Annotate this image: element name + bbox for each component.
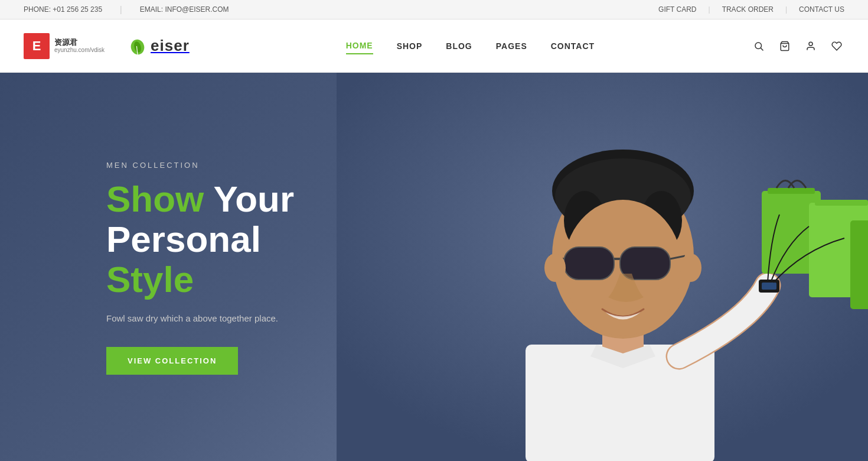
hero-person-area <box>337 73 868 461</box>
brand-name: eiser <box>151 37 190 55</box>
header: E 资源君 eyunzhu.com/vdisk eiser HOME SHOP … <box>0 20 868 73</box>
nav-pages[interactable]: PAGES <box>496 38 527 54</box>
leaf-icon <box>128 37 147 56</box>
logo-chinese: 资源君 <box>54 38 105 47</box>
user-button[interactable] <box>803 38 818 54</box>
logo-area[interactable]: E 资源君 eyunzhu.com/vdisk <box>24 33 105 59</box>
hero-title-show: Show <box>106 178 204 219</box>
phone-info: PHONE: +01 256 25 235 <box>24 5 102 14</box>
hero-title-style: Style <box>106 259 194 300</box>
svg-rect-33 <box>850 220 868 309</box>
cart-button[interactable] <box>777 38 792 54</box>
nav-blog[interactable]: BLOG <box>446 38 472 54</box>
svg-point-25 <box>544 254 566 282</box>
svg-rect-30 <box>768 188 815 194</box>
hero-title: Show Your Personal Style <box>106 179 342 300</box>
hero-subtitle: MEN COLLECTION <box>106 161 342 170</box>
user-icon <box>805 41 816 51</box>
hero-section: MEN COLLECTION Show Your Personal Style … <box>0 73 868 461</box>
view-collection-button[interactable]: VIEW COLLECTION <box>106 347 238 375</box>
logo-text-block: 资源君 eyunzhu.com/vdisk <box>54 38 105 54</box>
cart-icon <box>779 41 790 51</box>
hero-content: MEN COLLECTION Show Your Personal Style … <box>0 161 342 375</box>
svg-point-6 <box>809 42 812 46</box>
contact-us-link[interactable]: CONTACT US <box>799 5 844 14</box>
hero-person-svg <box>337 73 868 461</box>
track-order-link[interactable]: TRACK ORDER <box>722 5 774 14</box>
search-icon <box>753 41 764 51</box>
nav-home[interactable]: HOME <box>346 38 373 54</box>
top-bar: PHONE: +01 256 25 235 | EMAIL: INFO@EISE… <box>0 0 868 20</box>
svg-rect-18 <box>564 247 614 280</box>
logo-letter: E <box>24 33 50 59</box>
heart-icon <box>831 41 842 51</box>
wishlist-button[interactable] <box>829 38 844 54</box>
svg-point-3 <box>755 43 762 49</box>
brand-logo[interactable]: eiser <box>128 37 190 56</box>
main-nav: HOME SHOP BLOG PAGES CONTACT <box>190 38 751 54</box>
sep-2: | <box>785 5 787 14</box>
hero-title-your: Your <box>204 178 294 219</box>
nav-icons <box>751 38 844 54</box>
gift-card-link[interactable]: GIFT CARD <box>658 5 696 14</box>
sep-1: | <box>709 5 710 14</box>
logo-url: eyunzhu.com/vdisk <box>54 47 105 54</box>
nav-shop[interactable]: SHOP <box>397 38 423 54</box>
svg-point-26 <box>680 254 701 282</box>
search-button[interactable] <box>751 38 766 54</box>
hero-description: Fowl saw dry which a above together plac… <box>106 311 342 326</box>
svg-rect-28 <box>762 283 776 290</box>
email-info: EMAIL: INFO@EISER.COM <box>140 5 229 14</box>
nav-contact[interactable]: CONTACT <box>551 38 595 54</box>
svg-line-4 <box>761 48 763 50</box>
divider-1: | <box>120 5 122 14</box>
hero-title-personal: Personal <box>106 219 261 259</box>
svg-rect-32 <box>815 200 868 206</box>
